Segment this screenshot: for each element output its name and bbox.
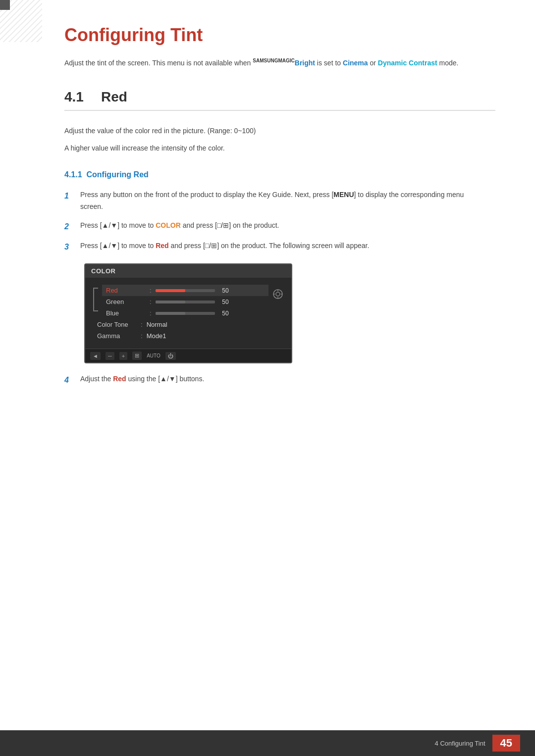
bright-link[interactable]: Bright bbox=[295, 59, 315, 67]
page-container: Configuring Tint Adjust the tint of the … bbox=[0, 0, 535, 433]
menu-label-green: Green bbox=[106, 298, 146, 305]
slider-value-red: 50 bbox=[218, 287, 229, 294]
step-text-2: Press [▲/▼] to move to COLOR and press [… bbox=[80, 220, 471, 232]
samsung-brand-bottom: MAGIC bbox=[278, 58, 294, 63]
menu-label-red: Red bbox=[106, 287, 146, 294]
samsung-brand-top: SAMSUNG bbox=[253, 58, 278, 63]
menu-row-green: Green : 50 bbox=[102, 296, 268, 307]
section-heading: 4.1 Red bbox=[64, 89, 495, 111]
subsection-number: 4.1.1 bbox=[64, 170, 82, 179]
section-desc-2: A higher value will increase the intensi… bbox=[64, 142, 471, 154]
step-4-container: 4 Adjust the Red using the [▲/▼] buttons… bbox=[64, 373, 495, 387]
slider-green: 50 bbox=[156, 299, 229, 305]
step-number-1: 1 bbox=[64, 189, 73, 202]
step-item-4: 4 Adjust the Red using the [▲/▼] buttons… bbox=[64, 373, 471, 387]
monitor-content: Red : 50 Green : bbox=[85, 278, 291, 349]
corner-pattern bbox=[0, 0, 42, 42]
footer-label-auto: AUTO bbox=[147, 353, 160, 358]
section-title: Red bbox=[101, 89, 127, 105]
menu-row-colortone: Color Tone : Normal bbox=[93, 319, 283, 330]
step-number-4: 4 bbox=[64, 373, 73, 387]
intro-text-or: or bbox=[368, 59, 378, 67]
step-item-2: 2 Press [▲/▼] to move to COLOR and press… bbox=[64, 220, 471, 233]
intro-text-middle: is set to bbox=[315, 59, 343, 67]
step-number-2: 2 bbox=[64, 220, 73, 233]
subsection-title: Configuring Red bbox=[86, 170, 148, 179]
monitor-title: COLOR bbox=[91, 267, 115, 275]
step-item-3: 3 Press [▲/▼] to move to Red and press [… bbox=[64, 240, 471, 253]
menu-row-gamma: Gamma : Mode1 bbox=[93, 330, 283, 342]
intro-text-end: mode. bbox=[437, 59, 459, 67]
page-title: Configuring Tint bbox=[64, 25, 495, 46]
monitor-footer: ◄ ─ + ⊞ AUTO ⏻ bbox=[85, 349, 291, 362]
menu-label-colortone: Color Tone bbox=[97, 321, 137, 328]
footer-icon-plus: + bbox=[119, 352, 127, 360]
dynamic-contrast-link[interactable]: Dynamic Contrast bbox=[378, 59, 437, 67]
menu-label-gamma: Gamma bbox=[97, 332, 137, 340]
step-text-1: Press any button on the front of the pro… bbox=[80, 189, 471, 213]
settings-icon bbox=[272, 289, 283, 300]
monitor-title-bar: COLOR bbox=[85, 264, 291, 278]
menu-row-red: Red : 50 bbox=[102, 285, 268, 296]
step-item-1: 1 Press any button on the front of the p… bbox=[64, 189, 471, 213]
menu-value-gamma: Mode1 bbox=[147, 332, 166, 340]
section-number: 4.1 bbox=[64, 89, 89, 105]
intro-paragraph: Adjust the tint of the screen. This menu… bbox=[64, 57, 471, 69]
section-desc-1: Adjust the value of the color red in the… bbox=[64, 125, 471, 137]
steps-list: 1 Press any button on the front of the p… bbox=[64, 189, 495, 253]
intro-text-before: Adjust the tint of the screen. This menu… bbox=[64, 59, 253, 67]
slider-value-green: 50 bbox=[218, 299, 229, 305]
step-text-4: Adjust the Red using the [▲/▼] buttons. bbox=[80, 373, 471, 385]
footer-icon-power: ⏻ bbox=[165, 352, 176, 360]
step-text-3: Press [▲/▼] to move to Red and press [□/… bbox=[80, 240, 471, 252]
svg-point-3 bbox=[276, 292, 280, 296]
footer-section-label: 4 Configuring Tint bbox=[435, 740, 485, 747]
slider-blue: 50 bbox=[156, 310, 229, 317]
subsection-heading: 4.1.1 Configuring Red bbox=[64, 170, 495, 179]
menu-label-blue: Blue bbox=[106, 309, 146, 317]
cinema-link[interactable]: Cinema bbox=[343, 59, 368, 67]
slider-red: 50 bbox=[156, 287, 229, 294]
svg-rect-2 bbox=[0, 0, 10, 10]
footer-icon-enter: ⊞ bbox=[132, 352, 142, 360]
footer-page-number: 45 bbox=[492, 735, 520, 752]
footer-icon-back: ◄ bbox=[90, 352, 101, 360]
footer-icon-minus: ─ bbox=[106, 352, 114, 360]
menu-value-colortone: Normal bbox=[147, 321, 167, 328]
slider-value-blue: 50 bbox=[218, 310, 229, 317]
page-footer: 4 Configuring Tint 45 bbox=[0, 730, 535, 756]
step-number-3: 3 bbox=[64, 240, 73, 253]
monitor-mockup: COLOR Red : 50 bbox=[84, 263, 292, 363]
menu-row-blue: Blue : 50 bbox=[102, 307, 268, 319]
